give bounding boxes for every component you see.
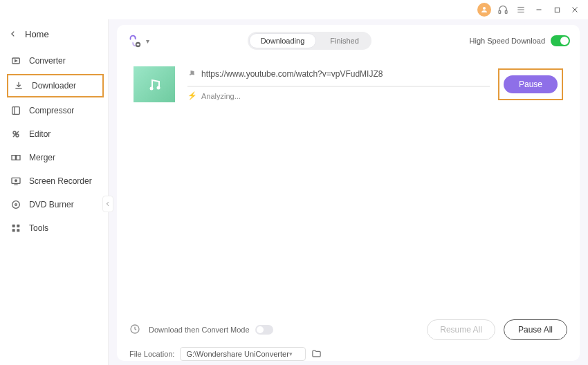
progress-bar (187, 86, 490, 87)
svg-rect-2 (505, 10, 507, 13)
converter-icon (10, 55, 22, 67)
svg-point-23 (15, 204, 17, 206)
svg-point-32 (157, 86, 160, 90)
compressor-icon (10, 104, 22, 117)
high-speed-toggle[interactable] (551, 35, 570, 46)
dvd-burner-icon (10, 198, 22, 211)
pause-all-button[interactable]: Pause All (504, 319, 567, 340)
convert-mode-toggle[interactable] (255, 325, 273, 335)
add-url-button[interactable] (127, 33, 142, 48)
pause-button-highlight: Pause (498, 68, 563, 100)
convert-mode-label: Download then Convert Mode (149, 326, 250, 334)
sidebar-item-label: Converter (29, 56, 66, 66)
pause-button[interactable]: Pause (504, 75, 558, 93)
svg-rect-1 (499, 10, 501, 13)
close-button[interactable] (569, 3, 581, 16)
home-label: Home (25, 29, 49, 39)
open-folder-button[interactable] (311, 348, 322, 360)
svg-rect-12 (12, 107, 20, 115)
svg-point-34 (193, 74, 194, 75)
sidebar-item-compressor[interactable]: Compressor (0, 99, 108, 122)
svg-point-0 (483, 7, 486, 10)
sidebar-item-label: Tools (29, 223, 48, 233)
sidebar: Home Converter Downloader Compressor Edi… (0, 19, 109, 365)
svg-point-33 (190, 74, 191, 75)
main-panel: ▾ Downloading Finished High Speed Downlo… (109, 19, 588, 365)
home-row[interactable]: Home (0, 25, 108, 49)
high-speed-label: High Speed Download (470, 37, 545, 45)
tab-finished[interactable]: Finished (318, 32, 371, 50)
item-thumbnail (134, 66, 175, 102)
editor-icon (10, 128, 22, 140)
svg-rect-25 (17, 225, 19, 227)
svg-rect-18 (17, 156, 20, 160)
music-note-icon (187, 68, 196, 79)
download-item: https://www.youtube.com/watch?v=vpVFudMI… (127, 58, 570, 111)
sidebar-item-label: Editor (29, 129, 50, 139)
maximize-button[interactable] (551, 3, 563, 16)
svg-rect-27 (17, 229, 19, 232)
chevron-down-icon: ▾ (289, 350, 293, 357)
bolt-icon: ⚡ (187, 91, 197, 100)
svg-rect-26 (12, 229, 15, 232)
svg-point-20 (15, 180, 17, 182)
tab-downloading[interactable]: Downloading (249, 33, 317, 48)
screen-recorder-icon (10, 175, 22, 187)
svg-rect-24 (12, 225, 15, 227)
sidebar-item-label: Screen Recorder (29, 176, 92, 186)
svg-point-31 (150, 87, 154, 91)
downloader-icon (12, 79, 25, 92)
sidebar-item-label: Compressor (29, 106, 74, 115)
svg-point-14 (13, 131, 16, 134)
merger-icon (10, 151, 22, 164)
file-location-select[interactable]: G:\Wondershare UniConverter ▾ (180, 347, 305, 361)
user-avatar[interactable] (477, 3, 491, 17)
sidebar-item-tools[interactable]: Tools (0, 216, 108, 240)
add-dropdown-caret[interactable]: ▾ (146, 37, 149, 45)
status-tabs: Downloading Finished (248, 32, 371, 50)
sidebar-item-converter[interactable]: Converter (0, 49, 108, 73)
file-location-label: File Location: (129, 350, 174, 358)
sidebar-item-downloader[interactable]: Downloader (7, 74, 104, 97)
sidebar-item-editor[interactable]: Editor (0, 122, 108, 146)
back-icon[interactable] (10, 30, 17, 39)
clock-icon[interactable] (129, 324, 140, 337)
sidebar-collapse-button[interactable] (102, 196, 113, 212)
svg-rect-17 (12, 156, 15, 160)
sidebar-item-screen-recorder[interactable]: Screen Recorder (0, 169, 108, 193)
headphones-icon[interactable] (497, 3, 509, 16)
svg-point-15 (16, 134, 19, 137)
svg-rect-7 (555, 8, 559, 12)
sidebar-item-merger[interactable]: Merger (0, 146, 108, 169)
titlebar (0, 0, 588, 19)
tools-icon (10, 222, 22, 234)
resume-all-button[interactable]: Resume All (427, 319, 495, 340)
menu-icon[interactable] (515, 3, 527, 16)
sidebar-item-dvd-burner[interactable]: DVD Burner (0, 193, 108, 216)
svg-marker-11 (15, 60, 17, 62)
sidebar-item-label: DVD Burner (29, 200, 74, 209)
sidebar-item-label: Merger (29, 153, 55, 162)
svg-point-22 (12, 201, 20, 209)
item-status: Analyzing... (201, 92, 241, 100)
item-url: https://www.youtube.com/watch?v=vpVFudMI… (201, 69, 383, 79)
sidebar-item-label: Downloader (32, 81, 76, 91)
minimize-button[interactable] (533, 3, 545, 16)
